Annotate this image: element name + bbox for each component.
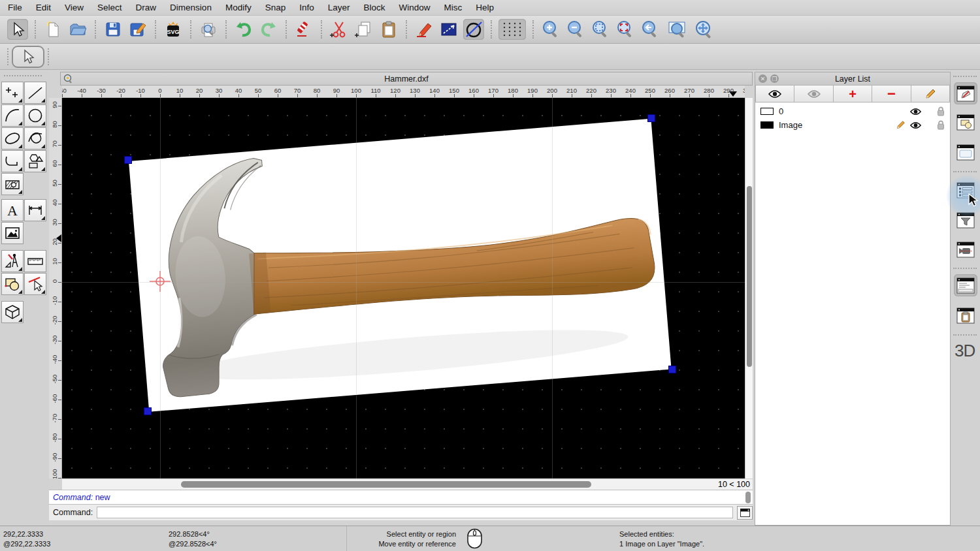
undock-icon[interactable]: ❐ — [770, 74, 779, 83]
copy-button[interactable] — [353, 19, 374, 40]
image-tool-button[interactable] — [1, 222, 24, 244]
polyline-tool-button[interactable] — [1, 150, 24, 172]
horizontal-scrollbar-thumb[interactable] — [181, 481, 591, 488]
grid-toggle-button[interactable] — [498, 19, 526, 40]
vertical-scrollbar-thumb[interactable] — [747, 186, 752, 367]
undo-button[interactable] — [233, 19, 254, 40]
remove-layer-button[interactable]: − — [872, 85, 911, 102]
layer-color-swatch[interactable] — [760, 108, 774, 115]
points-tool-button[interactable] — [1, 82, 24, 104]
h-ruler-tick — [434, 94, 435, 97]
document-titlebar[interactable]: Hammer.dxf — [60, 72, 753, 86]
dock-3d-label[interactable]: 3D — [955, 341, 975, 361]
selection-filter-dock-button[interactable] — [954, 209, 977, 231]
property-editor-dock-button[interactable] — [954, 82, 977, 104]
menu-item-info[interactable]: Info — [299, 3, 314, 12]
show-all-layers-button[interactable] — [755, 85, 794, 102]
add-layer-button[interactable]: + — [834, 85, 872, 102]
menu-item-draw[interactable]: Draw — [136, 3, 157, 12]
palette-grip[interactable] — [4, 75, 42, 76]
layer-lock-icon[interactable] — [937, 106, 945, 116]
close-icon[interactable]: ✕ — [759, 74, 767, 83]
pointer-tool-button[interactable] — [7, 19, 28, 40]
zoom-auto-button[interactable] — [590, 19, 611, 40]
hatch-tool-button[interactable] — [1, 173, 24, 195]
menu-item-select[interactable]: Select — [97, 3, 122, 12]
layer-panel-header[interactable]: ✕ ❐ Layer List — [755, 72, 950, 86]
layer-row-0[interactable]: 0 — [755, 104, 950, 118]
command-history[interactable]: Command: new — [49, 490, 753, 505]
layer-lock-icon[interactable] — [937, 120, 945, 130]
layer-color-swatch[interactable] — [760, 121, 774, 129]
horizontal-scrollbar[interactable]: 10 < 100 — [62, 479, 753, 490]
inserted-image-entity[interactable] — [129, 119, 672, 412]
erase-button[interactable] — [293, 19, 314, 40]
clipboard-dock-button[interactable] — [954, 304, 977, 326]
layer-visible-icon[interactable] — [910, 108, 921, 116]
circle-tool-button[interactable] — [24, 104, 46, 127]
command-input[interactable] — [97, 507, 733, 518]
menu-item-layer[interactable]: Layer — [328, 3, 350, 12]
toolbar-grip[interactable] — [7, 48, 8, 65]
layer-visible-icon[interactable] — [910, 121, 921, 129]
menu-item-file[interactable]: File — [8, 3, 22, 12]
block-list-dock-button[interactable] — [954, 111, 977, 133]
spline-tool-button[interactable] — [24, 127, 46, 150]
zoom-out-button[interactable] — [565, 19, 586, 40]
pan-button[interactable] — [693, 19, 714, 40]
line-properties-button[interactable] — [438, 19, 459, 40]
open-file-button[interactable] — [67, 19, 88, 40]
selection-pointer-button[interactable] — [12, 46, 44, 68]
command-window-button[interactable] — [737, 506, 753, 520]
vertical-scrollbar[interactable] — [745, 98, 753, 479]
new-file-button[interactable] — [42, 19, 63, 40]
draw-pencil-button[interactable] — [414, 19, 434, 40]
solid-3d-tool-button[interactable] — [1, 301, 24, 323]
save-button[interactable] — [103, 19, 123, 40]
selection-handle-top-left[interactable] — [124, 156, 132, 164]
line-tool-button[interactable] — [24, 82, 46, 104]
modify-delete-tool-button[interactable] — [24, 273, 46, 295]
toolbar-grip[interactable] — [48, 48, 49, 65]
selection-handle-bottom-right[interactable] — [668, 366, 676, 373]
ellipse-tool-button[interactable] — [1, 127, 24, 150]
zoom-previous-button[interactable] — [640, 19, 661, 40]
dock-grip[interactable] — [953, 76, 977, 77]
misc-draw-tool-button[interactable] — [1, 250, 24, 272]
menu-item-misc[interactable]: Misc — [444, 3, 463, 12]
drawing-canvas[interactable] — [62, 98, 745, 479]
zoom-window-button[interactable] — [664, 19, 689, 40]
zoom-in-button[interactable] — [540, 19, 561, 40]
command-line-dock-button[interactable] — [954, 274, 977, 296]
zoom-selection-button[interactable] — [615, 19, 636, 40]
draw-order-tool-button[interactable] — [1, 273, 24, 295]
selection-handle-top-right[interactable] — [647, 114, 655, 122]
layer-row-image[interactable]: Image — [755, 118, 950, 132]
menu-item-dimension[interactable]: Dimension — [170, 3, 212, 12]
menu-item-block[interactable]: Block — [364, 3, 385, 12]
paste-button[interactable] — [378, 19, 399, 40]
menu-item-view[interactable]: View — [65, 3, 84, 12]
selection-handle-bottom-left[interactable] — [144, 407, 152, 415]
redo-button[interactable] — [258, 19, 279, 40]
menu-item-window[interactable]: Window — [399, 3, 431, 12]
edit-layer-button[interactable] — [911, 85, 950, 102]
cut-button[interactable] — [329, 19, 350, 40]
svg-export-button[interactable]: SVG — [163, 19, 184, 40]
menu-item-modify[interactable]: Modify — [225, 3, 252, 12]
text-tool-button[interactable]: A — [1, 199, 24, 221]
arc-tool-button[interactable] — [1, 104, 24, 127]
dimension-tool-button[interactable] — [24, 199, 46, 221]
menu-item-help[interactable]: Help — [476, 3, 494, 12]
camera-view-dock-button[interactable] — [954, 238, 977, 260]
measure-tool-button[interactable] — [24, 250, 46, 272]
view-list-dock-button[interactable] — [954, 141, 977, 163]
menu-item-snap[interactable]: Snap — [265, 3, 286, 12]
polygon-tool-button[interactable] — [24, 150, 46, 172]
menu-item-edit[interactable]: Edit — [36, 3, 51, 12]
construction-toggle-button[interactable] — [463, 19, 484, 40]
command-history-scrollbar[interactable] — [745, 492, 751, 503]
hide-all-layers-button[interactable] — [794, 85, 833, 102]
save-as-button[interactable] — [127, 19, 148, 40]
print-preview-button[interactable] — [198, 19, 219, 40]
